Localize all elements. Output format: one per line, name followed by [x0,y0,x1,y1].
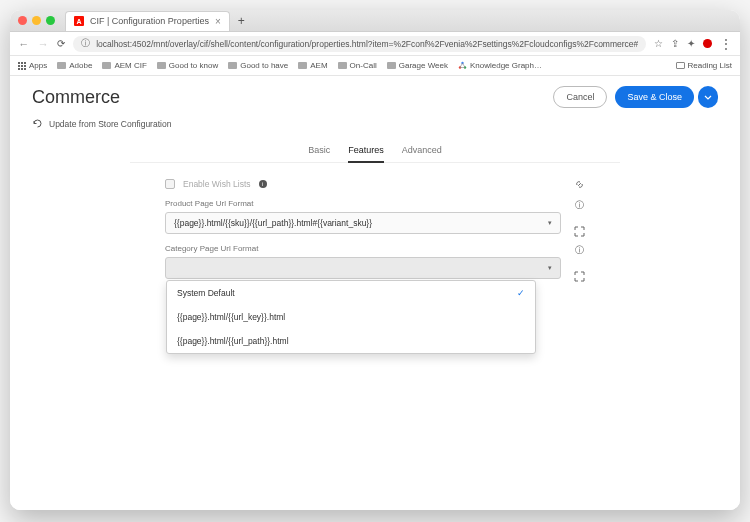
enable-wishlist-checkbox[interactable] [165,179,175,189]
minimize-window[interactable] [32,16,41,25]
product-url-label: Product Page Url Format [165,199,561,208]
window-controls [18,16,55,25]
bookmark-folder[interactable]: AEM [298,61,327,70]
bookmark-folder[interactable]: On-Call [338,61,377,70]
update-from-store[interactable]: Update from Store Configuration [10,114,740,139]
update-from-store-label: Update from Store Configuration [49,119,171,129]
bookmark-folder[interactable]: Garage Week [387,61,448,70]
category-url-select[interactable]: ▾ System Default ✓ {{page}}.html/{{url_k… [165,257,561,279]
folder-icon [387,62,396,69]
folder-icon [157,62,166,69]
url-text: localhost:4502/mnt/overlay/cif/shell/con… [96,39,638,49]
wishlist-row: Enable Wish Lists i [165,179,585,189]
browser-tab[interactable]: A CIF | Configuration Properties × [65,11,230,31]
category-url-dropdown: System Default ✓ {{page}}.html/{{url_key… [166,280,536,354]
apps-icon [18,62,26,70]
extensions-icon[interactable]: ✦ [687,38,695,49]
folder-icon [57,62,66,69]
chevron-down-icon [704,95,712,100]
cancel-button[interactable]: Cancel [553,86,607,108]
enable-wishlist-label: Enable Wish Lists [183,179,251,189]
page-header: Commerce Cancel Save & Close [10,76,740,114]
new-tab-button[interactable]: + [238,14,245,28]
folder-icon [102,62,111,69]
dropdown-option-system-default[interactable]: System Default ✓ [167,281,535,305]
apps-shortcut[interactable]: Apps [18,61,47,70]
product-url-value: {{page}}.html/{{sku}}/{{url_path}}.html#… [174,218,372,228]
svg-line-3 [460,63,463,68]
page-content: Commerce Cancel Save & Close Update from… [10,76,740,510]
dropdown-option-url-key[interactable]: {{page}}.html/{{url_key}}.html [167,305,535,329]
folder-icon [298,62,307,69]
save-and-close-button[interactable]: Save & Close [615,86,694,108]
bookmark-folder[interactable]: Adobe [57,61,92,70]
maximize-window[interactable] [46,16,55,25]
close-window[interactable] [18,16,27,25]
share-icon[interactable]: ⇪ [671,38,679,49]
fullscreen-icon[interactable] [574,271,585,282]
reading-list[interactable]: Reading List [676,61,732,70]
chevron-down-icon: ▾ [548,219,552,227]
titlebar: A CIF | Configuration Properties × + [10,10,740,32]
svg-line-4 [462,63,465,68]
bookmark-star-icon[interactable]: ☆ [654,38,663,49]
tab-features[interactable]: Features [348,139,384,163]
folder-icon [228,62,237,69]
bookmark-folder[interactable]: AEM CIF [102,61,146,70]
apps-label: Apps [29,61,47,70]
sync-icon [32,118,43,129]
link-icon[interactable] [574,179,585,190]
dropdown-option-url-path[interactable]: {{page}}.html/{{url_path}}.html [167,329,535,353]
chrome-menu-icon[interactable]: ⋮ [720,38,732,50]
address-field[interactable]: ⓘ localhost:4502/mnt/overlay/cif/shell/c… [73,36,646,52]
info-icon[interactable]: i [259,180,267,188]
bookmark-link[interactable]: Knowledge Graph… [458,61,542,70]
site-info-icon[interactable]: ⓘ [81,37,90,50]
bookmark-folder[interactable]: Good to know [157,61,218,70]
reload-button[interactable]: ⟳ [57,38,65,49]
tab-advanced[interactable]: Advanced [402,139,442,162]
info-icon[interactable]: ⓘ [575,244,584,257]
info-icon[interactable]: ⓘ [575,199,584,212]
close-tab-icon[interactable]: × [215,16,221,27]
back-button[interactable]: ← [18,38,30,50]
category-url-label: Category Page Url Format [165,244,561,253]
reading-list-icon [676,62,685,69]
knowledge-graph-icon [458,61,467,70]
folder-icon [338,62,347,69]
fullscreen-icon[interactable] [574,226,585,237]
features-form: Enable Wish Lists i ⓘ Product Page Url F… [165,179,585,279]
save-options-caret[interactable] [698,86,718,108]
product-url-select[interactable]: {{page}}.html/{{sku}}/{{url_path}}.html#… [165,212,561,234]
chevron-down-icon: ▾ [548,264,552,272]
browser-window: A CIF | Configuration Properties × + ← →… [10,10,740,510]
bookmark-folder[interactable]: Good to have [228,61,288,70]
page-title: Commerce [32,87,553,108]
url-bar: ← → ⟳ ⓘ localhost:4502/mnt/overlay/cif/s… [10,32,740,56]
extension-badge[interactable] [703,39,712,48]
forward-button[interactable]: → [38,38,50,50]
bookmarks-bar: Apps Adobe AEM CIF Good to know Good to … [10,56,740,76]
tab-title: CIF | Configuration Properties [90,16,209,26]
check-icon: ✓ [517,288,525,298]
config-tabs: Basic Features Advanced [130,139,620,163]
adobe-favicon: A [74,16,84,26]
tab-basic[interactable]: Basic [308,139,330,162]
